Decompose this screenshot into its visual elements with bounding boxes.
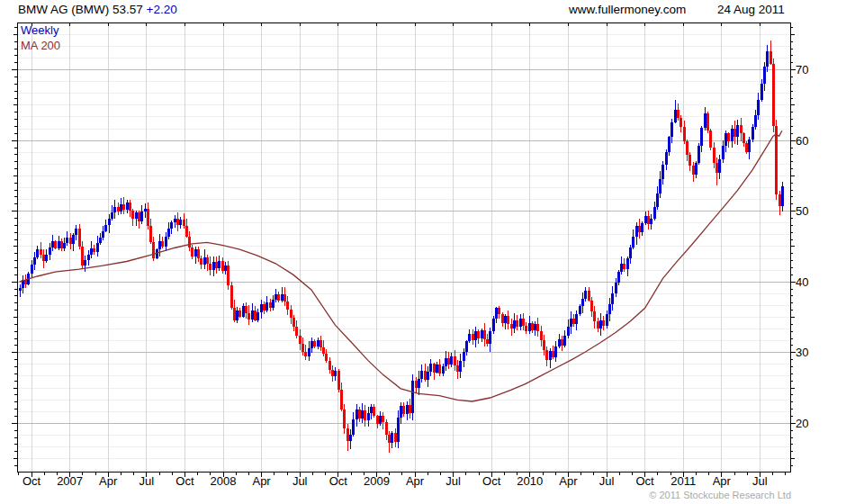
candle [111,205,113,220]
candle [477,329,480,344]
candle [308,341,310,361]
candle [483,323,486,346]
candle [632,230,634,249]
candle [629,245,632,265]
candle [158,234,161,256]
y-axis-label: 20 [796,417,808,430]
candle [519,314,522,330]
x-axis-label: 2008 [211,474,237,488]
ma-200-line [20,130,782,401]
x-axis-label: Oct [22,474,41,488]
candle [272,295,274,310]
candle [212,256,215,277]
candle [644,212,647,225]
candle [731,125,734,148]
x-axis-label: Oct [176,474,194,488]
candle [72,233,75,251]
x-axis-label: 2007 [57,474,83,488]
candle [692,162,695,182]
candle [772,58,775,132]
candle [36,246,39,259]
candle [120,198,122,214]
candle [140,205,143,223]
candle [42,249,45,268]
candle [352,412,355,436]
candle [438,359,441,376]
x-axis-label: Oct [482,474,501,488]
candle [742,132,745,147]
candle [602,316,605,330]
candle [382,412,384,429]
candle [549,348,552,368]
candle [96,236,99,256]
x-axis-label: Jul [752,474,768,488]
x-axis-label: Apr [559,474,578,488]
candle [531,321,534,333]
x-axis-label: 2011 [670,474,696,488]
candle [54,240,57,249]
candle [615,278,617,297]
candle [224,262,227,274]
candle [338,369,340,393]
y-axis-label: 60 [796,134,808,148]
candle [406,401,409,420]
candle [102,226,104,240]
candle [176,212,179,231]
candle [277,292,280,303]
candle [78,224,81,249]
candle [447,352,450,369]
x-axis-label: Oct [635,474,654,488]
candle [328,357,331,374]
candle [238,308,241,318]
candle [31,260,33,278]
candle [58,236,60,250]
candle [402,402,405,417]
candle [379,411,382,426]
candle [194,247,197,264]
candle [418,371,420,394]
candle [122,197,125,214]
candle [760,79,763,102]
candle [274,289,277,302]
candle [429,359,432,376]
candle [724,130,727,152]
y-axis-label: 50 [796,204,808,218]
y-axis-label: 30 [796,346,808,359]
candle [295,320,298,338]
candle [191,245,194,259]
candle [775,120,778,201]
candle [700,126,703,152]
candle [343,404,346,433]
candle [245,302,248,319]
candle [22,275,24,293]
candle [367,407,370,427]
candle [286,296,289,315]
candle [165,232,167,251]
candle [167,222,170,239]
candle [597,318,599,331]
price-chart: 203040506070Oct2007AprJulOct2008AprJulOc… [0,0,864,504]
candle [299,329,302,350]
candle [144,203,147,218]
candle [611,286,614,310]
candle [454,350,456,371]
y-axis-label: 70 [796,63,808,76]
legend-timeframe: Weekly [21,23,58,37]
x-axis-label: Apr [252,474,271,488]
candle [617,270,620,286]
candle [388,431,391,453]
candle [620,256,623,274]
candle [40,242,42,257]
candle [656,186,659,210]
candle [51,235,54,251]
candle [349,429,352,450]
candle [433,363,436,380]
x-axis-label: Jul [446,474,461,488]
candle [670,119,673,143]
candle [474,327,477,347]
x-axis-label: 2010 [517,474,543,488]
candle [623,258,626,271]
candle [507,310,509,328]
candle [200,256,202,269]
candle [575,310,578,329]
